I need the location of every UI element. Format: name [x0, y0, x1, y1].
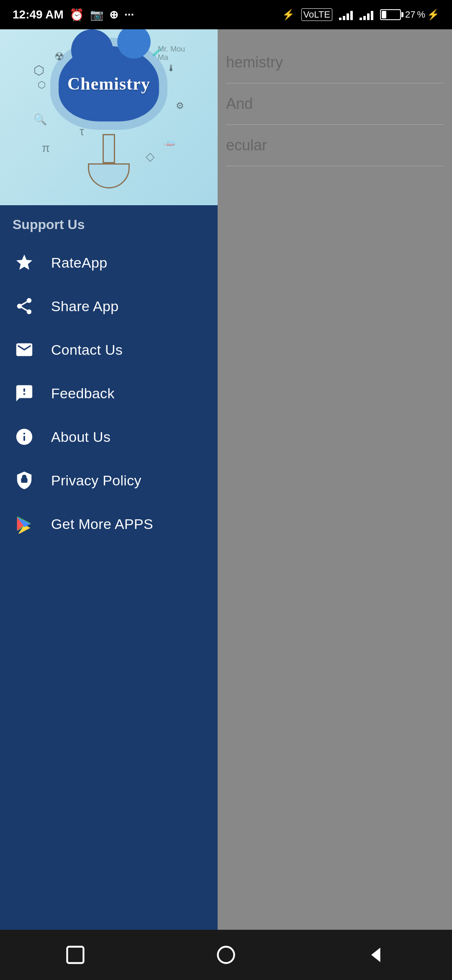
bg-content: hemistry And ecular — [218, 29, 452, 179]
status-bar: 12:49 AM ⏰ 📷 ⊕ ··· ⚡ VoLTE 27 % ⚡ — [0, 0, 452, 29]
recent-apps-button[interactable] — [61, 940, 90, 970]
support-section-label: Support Us — [0, 205, 218, 241]
bg-item-3: ecular — [226, 125, 444, 166]
background-panel: hemistry And ecular — [218, 29, 452, 930]
battery-level: 27 — [405, 9, 415, 20]
vpn-icon: ⊕ — [109, 8, 118, 21]
deco-hex: ⬡ — [38, 80, 46, 90]
svg-rect-0 — [67, 947, 84, 963]
menu-list: RateApp Share App Contact Us — [0, 241, 218, 930]
back-button[interactable] — [362, 940, 391, 970]
share-app-label: Share App — [51, 298, 119, 315]
more-icon: ··· — [124, 8, 134, 21]
home-button[interactable] — [211, 940, 241, 970]
status-bar-left: 12:49 AM ⏰ 📷 ⊕ ··· — [13, 8, 134, 22]
bg-item-2: And — [226, 83, 444, 125]
volte-icon: VoLTE — [301, 8, 332, 21]
deco-diamond: ◇ — [146, 150, 155, 163]
deco-radiation: ☢ — [54, 50, 64, 63]
battery-indicator: 27 % ⚡ — [380, 9, 439, 21]
time-display: 12:49 AM — [13, 8, 64, 21]
menu-item-feedback[interactable]: Feedback — [0, 371, 218, 415]
menu-item-rate-app[interactable]: RateApp — [0, 241, 218, 284]
shield-icon — [13, 469, 36, 492]
menu-item-contact-us[interactable]: Contact Us — [0, 328, 218, 371]
privacy-policy-label: Privacy Policy — [51, 472, 141, 489]
signal-bars-1 — [339, 9, 353, 20]
feedback-label: Feedback — [51, 385, 115, 402]
bluetooth-icon: ⚡ — [282, 9, 295, 21]
get-more-apps-label: Get More APPS — [51, 516, 153, 532]
bottom-navigation — [0, 930, 452, 980]
menu-item-about-us[interactable]: About Us — [0, 415, 218, 459]
rate-app-label: RateApp — [51, 255, 107, 271]
signal-bars-2 — [360, 9, 373, 20]
feedback-icon — [13, 382, 36, 405]
alarm-icon: ⏰ — [69, 8, 84, 22]
camera-icon: 📷 — [90, 8, 103, 21]
deco-test-tube: 🧫 — [163, 135, 176, 147]
watermark: Mr. MouMa — [158, 45, 185, 62]
about-us-label: About Us — [51, 429, 110, 445]
star-icon — [13, 251, 36, 274]
deco-gear: ⚙ — [176, 101, 184, 111]
flask-neck — [103, 134, 115, 163]
flask-base — [88, 163, 130, 188]
svg-marker-2 — [371, 948, 380, 962]
info-icon — [13, 425, 36, 449]
deco-tau: τ — [80, 125, 84, 138]
contact-us-label: Contact Us — [51, 342, 123, 358]
drawer-header: ⬡ ⬡ ☢ 🧪 🌡 ⚙ 🔍 🥽 Chemistry π τ ◇ — [0, 29, 218, 205]
status-bar-right: ⚡ VoLTE 27 % ⚡ — [282, 8, 439, 21]
menu-item-get-more-apps[interactable]: Get More APPS — [0, 502, 218, 546]
bg-item-1: hemistry — [226, 42, 444, 83]
share-icon — [13, 294, 36, 318]
mail-icon — [13, 338, 36, 361]
navigation-drawer: ⬡ ⬡ ☢ 🧪 🌡 ⚙ 🔍 🥽 Chemistry π τ ◇ — [0, 29, 218, 930]
deco-magnify: 🔍 — [33, 113, 47, 126]
menu-item-privacy-policy[interactable]: Privacy Policy — [0, 459, 218, 502]
deco-thermo: 🌡 — [167, 63, 176, 74]
charging-icon: ⚡ — [427, 9, 439, 21]
playstore-icon — [13, 512, 36, 536]
deco-pi: π — [42, 142, 50, 155]
battery-percent: % — [417, 9, 425, 20]
svg-point-1 — [218, 947, 234, 963]
chemistry-title: Chemistry — [67, 74, 150, 94]
deco-molecule: ⬡ — [33, 63, 44, 77]
chemistry-banner: ⬡ ⬡ ☢ 🧪 🌡 ⚙ 🔍 🥽 Chemistry π τ ◇ — [0, 29, 218, 205]
menu-item-share-app[interactable]: Share App — [0, 284, 218, 328]
chemistry-illustration: ⬡ ⬡ ☢ 🧪 🌡 ⚙ 🔍 🥽 Chemistry π τ ◇ — [29, 38, 188, 197]
chemistry-cloud: Chemistry — [59, 46, 159, 121]
